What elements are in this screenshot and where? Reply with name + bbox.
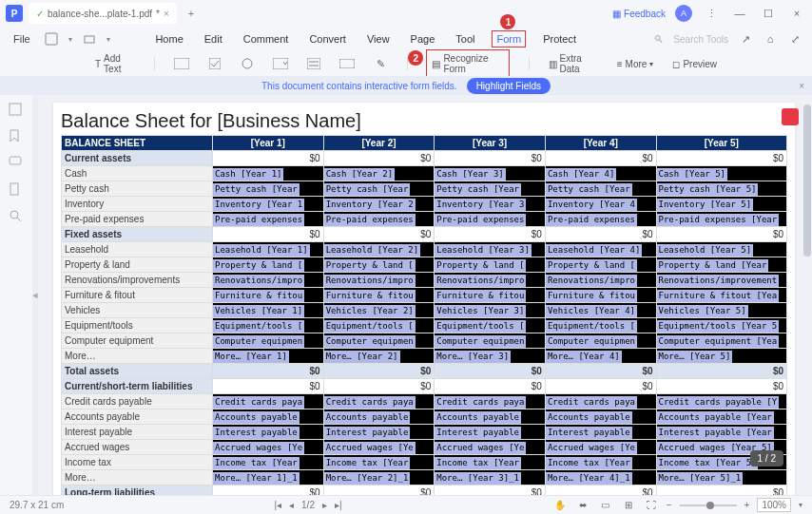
form-field[interactable]: Equipment/tools [ <box>213 320 304 333</box>
reading-icon[interactable]: ⊞ <box>621 498 636 513</box>
form-field[interactable]: Furniture & fitout [Yea <box>657 290 780 302</box>
form-field[interactable]: Income tax [Year <box>324 457 411 469</box>
form-field[interactable]: Pre-paid expenses <box>546 214 637 226</box>
form-field[interactable]: Renovations/impro <box>213 275 304 287</box>
form-field[interactable]: Vehicles [Year 5] <box>657 305 748 317</box>
form-field[interactable]: Credit cards paya <box>435 396 526 409</box>
dropdown-icon[interactable] <box>273 56 288 71</box>
form-field[interactable]: Income tax [Year <box>435 457 521 469</box>
form-field[interactable]: Cash [Year 2] <box>324 168 395 181</box>
form-field[interactable]: Inventory [Year 3 <box>435 199 526 211</box>
form-field[interactable]: Interest payable <box>435 427 521 439</box>
zoom-slider[interactable] <box>680 504 737 506</box>
first-page-icon[interactable]: |◂ <box>274 500 281 510</box>
scroll-thumb[interactable] <box>803 105 811 257</box>
form-field[interactable]: Equipment/tools [ <box>435 320 526 333</box>
form-field[interactable]: Accounts payable [Year <box>657 411 774 424</box>
menu-page[interactable]: Page <box>407 30 439 48</box>
attachments-icon[interactable] <box>9 182 24 198</box>
document-tab[interactable]: ✓ balance-she...plate-1.pdf * × <box>29 3 177 24</box>
form-field[interactable]: Pre-paid expenses <box>213 214 304 226</box>
search-tools[interactable]: Search Tools <box>673 34 728 45</box>
form-field[interactable]: Renovations/impro <box>324 275 416 287</box>
form-field[interactable]: Income tax [Year <box>546 457 632 469</box>
save-dropdown-icon[interactable]: ▾ <box>68 35 72 44</box>
form-field[interactable]: Vehicles [Year 2] <box>324 305 416 317</box>
form-field[interactable]: Furniture & fitou <box>324 290 416 302</box>
form-field[interactable]: Vehicles [Year 4] <box>546 305 637 317</box>
form-field[interactable]: More… [Year 3] <box>435 351 511 363</box>
bookmarks-icon[interactable] <box>9 129 24 144</box>
cloud-icon[interactable]: ⌂ <box>763 31 778 47</box>
form-field[interactable]: Renovations/impro <box>546 275 637 287</box>
form-field[interactable]: Accounts payable <box>546 411 632 424</box>
file-menu[interactable]: File <box>10 31 34 47</box>
zoom-level[interactable]: 100% <box>757 498 791 512</box>
form-field[interactable]: Cash [Year 3] <box>435 168 505 181</box>
form-field[interactable]: More… [Year 4]_1 <box>546 472 632 485</box>
button-icon[interactable] <box>339 56 355 71</box>
menu-protect[interactable]: Protect <box>539 30 580 48</box>
form-field[interactable]: Cash [Year 5] <box>657 168 727 181</box>
page-number[interactable]: 1/2 <box>301 500 315 510</box>
extra-data-button[interactable]: ▥ Extra Data <box>549 53 598 74</box>
form-field[interactable]: Leasehold [Year 3] <box>435 244 532 257</box>
thumbnails-icon[interactable] <box>9 103 24 118</box>
form-field[interactable]: More… [Year 5]_1 <box>657 472 744 485</box>
feedback-button[interactable]: ▦ Feedback <box>612 9 666 19</box>
form-field[interactable]: Interest payable <box>213 427 300 439</box>
add-tab-button[interactable]: + <box>183 8 200 19</box>
form-field[interactable]: Accounts payable <box>435 411 521 424</box>
form-field[interactable]: Leasehold [Year 5] <box>657 244 754 257</box>
form-field[interactable]: Interest payable [Year <box>657 427 774 439</box>
minimize-icon[interactable]: — <box>730 4 749 23</box>
comments-icon[interactable] <box>9 156 24 171</box>
form-field[interactable]: Inventory [Year 1 <box>213 199 304 211</box>
form-field[interactable]: Furniture & fitou <box>546 290 637 302</box>
form-field[interactable]: Cash [Year 1] <box>213 168 283 181</box>
form-field[interactable]: Pre-paid expenses <box>324 214 416 226</box>
signature-icon[interactable]: ✎ <box>374 56 387 71</box>
form-field[interactable]: Computer equipmen <box>213 335 304 348</box>
form-field[interactable]: Leasehold [Year 1] <box>213 244 310 257</box>
form-field[interactable]: Income tax [Year 5] <box>657 457 759 469</box>
form-field[interactable]: Computer equipmen <box>435 335 526 348</box>
page-comment-icon[interactable] <box>782 108 799 125</box>
form-field[interactable]: Accrued wages [Ye <box>213 442 304 454</box>
form-field[interactable]: Renovations/improvement <box>657 275 780 287</box>
prev-page-icon[interactable]: ◂ <box>289 500 294 510</box>
radio-icon[interactable] <box>241 56 254 71</box>
document-area[interactable]: Balance Sheet for [Business Name] BALANC… <box>38 95 802 495</box>
checkbox-icon[interactable] <box>208 56 222 71</box>
form-field[interactable]: Furniture & fitou <box>213 290 304 302</box>
form-field[interactable]: Petty cash [Year <box>435 183 521 196</box>
form-field[interactable]: Petty cash [Year 5] <box>657 183 759 196</box>
form-field[interactable]: Credit cards paya <box>546 396 637 409</box>
menu-tool[interactable]: Tool <box>452 30 478 48</box>
form-field[interactable]: Accrued wages [Ye <box>435 442 526 454</box>
next-page-icon[interactable]: ▸ <box>322 500 327 510</box>
form-field[interactable]: Cash [Year 4] <box>546 168 616 181</box>
zoom-knob[interactable] <box>706 502 714 509</box>
form-field[interactable]: Credit cards paya <box>213 396 304 409</box>
menu-edit[interactable]: Edit <box>201 30 226 48</box>
form-field[interactable]: Petty cash [Year <box>546 183 632 196</box>
form-field[interactable]: More… [Year 3]_1 <box>435 472 521 485</box>
recognize-form-button[interactable]: 2 ▤ Recognize Form <box>426 49 509 78</box>
form-field[interactable]: More… [Year 1]_1 <box>213 472 300 485</box>
form-field[interactable]: More… [Year 5] <box>657 351 733 363</box>
hand-tool-icon[interactable]: ✋ <box>552 498 568 513</box>
form-field[interactable]: Inventory [Year 5] <box>657 199 754 211</box>
menu-form[interactable]: 1 Form <box>492 30 526 48</box>
highlight-fields-button[interactable]: Highlight Fields <box>467 78 551 94</box>
form-field[interactable]: Computer equipmen <box>546 335 637 348</box>
avatar[interactable]: A <box>675 5 692 22</box>
print-dropdown-icon[interactable]: ▾ <box>106 35 110 44</box>
form-field[interactable]: More… [Year 2] <box>324 351 400 363</box>
last-page-icon[interactable]: ▸| <box>335 500 342 510</box>
maximize-icon[interactable]: ☐ <box>759 4 778 23</box>
form-field[interactable]: Leasehold [Year 2] <box>324 244 421 257</box>
listbox-icon[interactable] <box>307 56 320 71</box>
more-menu-icon[interactable]: ⋮ <box>702 4 721 23</box>
form-field[interactable]: More… [Year 1] <box>213 351 289 363</box>
